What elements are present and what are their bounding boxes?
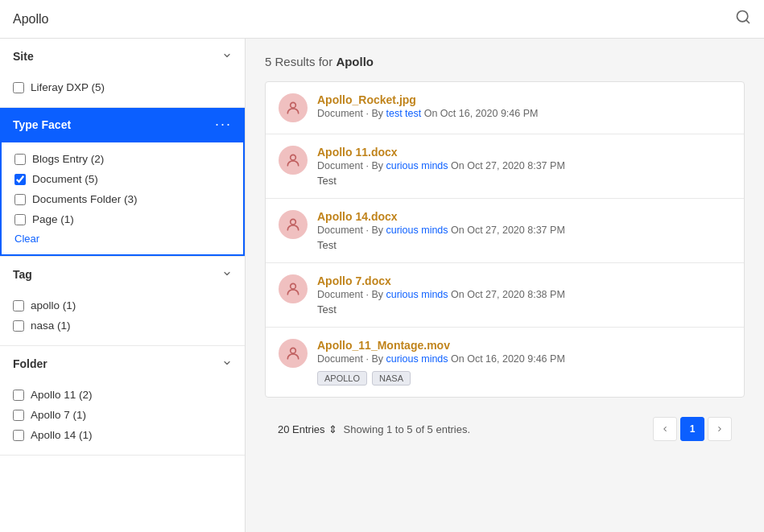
avatar	[279, 274, 308, 303]
folder-apollo14-label[interactable]: Apollo 14 (1)	[31, 429, 93, 441]
results-header: 5 Results for Apollo	[265, 55, 745, 68]
type-document-item[interactable]: Document (5)	[14, 169, 230, 189]
folder-apollo11-checkbox[interactable]	[13, 390, 24, 401]
result-author[interactable]: test test	[386, 108, 421, 119]
main-layout: Site Liferay DXP (5) Type Facet ···	[0, 39, 764, 532]
result-body: Apollo 14.docx Document · By curious min…	[317, 210, 731, 251]
folder-chevron-icon	[222, 358, 232, 370]
type-document-checkbox[interactable]	[14, 174, 26, 185]
top-bar: Apollo	[0, 0, 764, 39]
pagination-page-1-button[interactable]: 1	[680, 417, 704, 441]
tag-facet-section: Tag apollo (1) nasa (1)	[0, 257, 245, 346]
type-blogs-checkbox[interactable]	[14, 154, 26, 165]
site-chevron-icon	[222, 51, 232, 63]
type-facet-menu-icon[interactable]: ···	[215, 116, 232, 133]
pagination-info: Showing 1 to 5 of 5 entries.	[344, 423, 471, 435]
result-body: Apollo_11_Montage.mov Document · By curi…	[317, 339, 731, 386]
result-title[interactable]: Apollo_11_Montage.mov	[317, 339, 731, 352]
tag-facet-header[interactable]: Tag	[0, 257, 245, 292]
site-facet-section: Site Liferay DXP (5)	[0, 39, 245, 108]
table-row: Apollo_11_Montage.mov Document · By curi…	[266, 328, 744, 397]
pagination-next-button[interactable]	[708, 417, 732, 441]
svg-line-1	[746, 20, 750, 23]
result-desc: Test	[317, 239, 731, 251]
tag-chevron-icon	[222, 269, 232, 281]
type-page-label[interactable]: Page (1)	[32, 213, 74, 225]
tag-apollo-item[interactable]: apollo (1)	[13, 295, 232, 315]
folder-facet-header[interactable]: Folder	[0, 346, 245, 381]
result-meta: Document · By curious minds On Oct 27, 2…	[317, 289, 731, 300]
type-docfolder-checkbox[interactable]	[14, 194, 26, 205]
top-bar-title: Apollo	[13, 12, 48, 27]
type-docfolder-item[interactable]: Documents Folder (3)	[14, 189, 230, 209]
results-query: Apollo	[336, 55, 374, 68]
tag-apollo[interactable]: APOLLO	[317, 371, 367, 386]
result-title[interactable]: Apollo_Rocket.jpg	[317, 93, 731, 106]
result-author[interactable]: curious minds	[386, 160, 448, 171]
folder-apollo7-checkbox[interactable]	[13, 410, 24, 421]
site-liferay-label[interactable]: Liferay DXP (5)	[31, 81, 105, 93]
result-title[interactable]: Apollo 14.docx	[317, 210, 731, 223]
result-author[interactable]: curious minds	[386, 353, 448, 365]
svg-point-6	[291, 348, 296, 353]
type-page-checkbox[interactable]	[14, 214, 26, 225]
result-title[interactable]: Apollo 7.docx	[317, 274, 731, 287]
folder-facet-body: Apollo 11 (2) Apollo 7 (1) Apollo 14 (1)	[0, 381, 245, 455]
table-row: Apollo_Rocket.jpg Document · By test tes…	[266, 82, 744, 134]
tag-apollo-label[interactable]: apollo (1)	[31, 299, 76, 311]
content-area: 5 Results for Apollo Apollo_Rocket.jpg D…	[246, 39, 764, 532]
result-body: Apollo 11.docx Document · By curious min…	[317, 146, 731, 187]
type-page-item[interactable]: Page (1)	[14, 209, 230, 229]
type-facet-title: Type Facet	[13, 118, 71, 131]
site-facet-header[interactable]: Site	[0, 39, 245, 74]
type-document-label[interactable]: Document (5)	[32, 173, 98, 185]
tag-nasa-checkbox[interactable]	[13, 320, 24, 332]
folder-apollo11-item[interactable]: Apollo 11 (2)	[13, 385, 232, 405]
folder-facet-title: Folder	[13, 357, 47, 370]
tag-facet-title: Tag	[13, 268, 32, 281]
avatar	[279, 339, 308, 368]
search-icon[interactable]	[735, 9, 751, 29]
type-docfolder-label[interactable]: Documents Folder (3)	[32, 193, 138, 205]
folder-apollo7-label[interactable]: Apollo 7 (1)	[31, 409, 86, 421]
tag-facet-body: apollo (1) nasa (1)	[0, 292, 245, 345]
result-title[interactable]: Apollo 11.docx	[317, 146, 731, 159]
entries-label: 20 Entries	[278, 423, 325, 435]
result-meta: Document · By curious minds On Oct 16, 2…	[317, 353, 731, 365]
type-blogs-label[interactable]: Blogs Entry (2)	[32, 153, 104, 165]
tag-nasa[interactable]: NASA	[372, 371, 411, 386]
type-facet-clear[interactable]: Clear	[14, 229, 39, 248]
result-body: Apollo_Rocket.jpg Document · By test tes…	[317, 93, 731, 119]
site-liferay-checkbox[interactable]	[13, 82, 24, 93]
tag-apollo-checkbox[interactable]	[13, 300, 24, 311]
type-blogs-item[interactable]: Blogs Entry (2)	[14, 149, 230, 169]
folder-apollo7-item[interactable]: Apollo 7 (1)	[13, 405, 232, 425]
tag-nasa-item[interactable]: nasa (1)	[13, 315, 232, 336]
avatar	[279, 210, 308, 239]
folder-apollo11-label[interactable]: Apollo 11 (2)	[31, 389, 93, 401]
table-row: Apollo 11.docx Document · By curious min…	[266, 134, 744, 199]
type-facet-header[interactable]: Type Facet ···	[0, 108, 245, 141]
result-list: Apollo_Rocket.jpg Document · By test tes…	[265, 81, 745, 398]
result-author[interactable]: curious minds	[386, 289, 448, 300]
avatar	[279, 146, 308, 175]
result-meta: Document · By test test On Oct 16, 2020 …	[317, 108, 731, 119]
pagination-left: 20 Entries ⇕ Showing 1 to 5 of 5 entries…	[278, 423, 470, 435]
site-facet-body: Liferay DXP (5)	[0, 74, 245, 107]
folder-apollo14-checkbox[interactable]	[13, 430, 24, 441]
result-desc: Test	[317, 175, 731, 187]
result-author[interactable]: curious minds	[386, 225, 448, 236]
svg-point-5	[291, 283, 296, 289]
result-tags: APOLLO NASA	[317, 371, 731, 386]
site-facet-item[interactable]: Liferay DXP (5)	[13, 77, 232, 97]
type-facet-body: Blogs Entry (2) Document (5) Documents F…	[0, 141, 245, 256]
type-facet-section: Type Facet ··· Blogs Entry (2) Document …	[0, 108, 245, 257]
pagination-prev-button[interactable]	[653, 417, 677, 441]
entries-arrow-icon: ⇕	[328, 423, 337, 435]
entries-select[interactable]: 20 Entries ⇕	[278, 423, 337, 435]
folder-apollo14-item[interactable]: Apollo 14 (1)	[13, 425, 232, 445]
site-facet-title: Site	[13, 50, 34, 63]
pagination-nav: 1	[653, 417, 732, 441]
folder-facet-section: Folder Apollo 11 (2) Apollo 7 (1) Apollo…	[0, 346, 245, 456]
tag-nasa-label[interactable]: nasa (1)	[31, 320, 71, 332]
